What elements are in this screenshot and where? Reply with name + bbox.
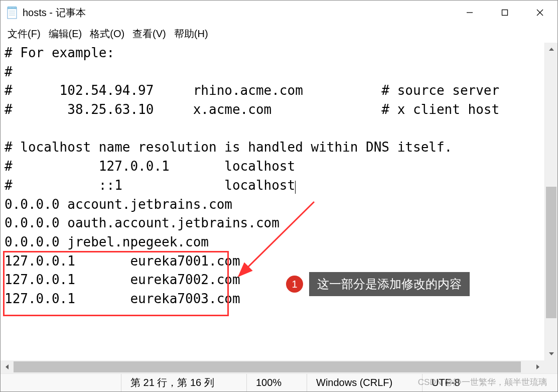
svg-point-3 (10, 8, 11, 9)
svg-point-5 (13, 8, 14, 9)
svg-point-4 (12, 8, 13, 9)
window-controls (452, 1, 557, 25)
status-zoom: 100% (246, 374, 307, 391)
text-line: # 127.0.0.1 localhost (5, 159, 295, 174)
text-line: # (5, 64, 13, 79)
text-line: # For example: (5, 45, 114, 60)
notepad-window: hosts - 记事本 文件(F) 编辑(E) 格式(O) 查看(V) 帮助(H… (0, 0, 558, 392)
vscroll-track[interactable] (545, 56, 557, 347)
text-editor[interactable]: # For example: # # 102.54.94.97 rhino.ac… (1, 43, 544, 360)
menu-file[interactable]: 文件(F) (6, 26, 43, 42)
scroll-left-icon[interactable] (1, 360, 14, 373)
svg-rect-11 (502, 10, 508, 16)
text-line: 0.0.0.0 oauth.account.jetbrains.com (5, 215, 280, 230)
menu-format[interactable]: 格式(O) (88, 26, 126, 42)
scroll-corner (544, 360, 557, 373)
window-title: hosts - 记事本 (23, 6, 452, 20)
svg-point-6 (15, 8, 16, 9)
text-line: 0.0.0.0 account.jetbrains.com (5, 197, 232, 212)
text-line: 127.0.0.1 eureka7002.com (5, 272, 240, 287)
statusbar: 第 21 行，第 16 列 100% Windows (CRLF) UTF-8 (1, 373, 557, 391)
menu-view[interactable]: 查看(V) (130, 26, 168, 42)
menu-help[interactable]: 帮助(H) (172, 26, 210, 42)
text-cursor (295, 181, 296, 194)
notepad-icon (7, 6, 18, 19)
status-position: 第 21 行，第 16 列 (121, 374, 246, 391)
text-line: 127.0.0.1 eureka7001.com (5, 253, 240, 269)
hscrollbar-row (1, 360, 557, 373)
status-lineending: Windows (CRLF) (307, 374, 422, 391)
maximize-button[interactable] (487, 1, 522, 25)
vscroll-thumb[interactable] (546, 187, 556, 318)
hscroll-track[interactable] (14, 360, 531, 373)
scroll-up-icon[interactable] (545, 43, 557, 56)
minimize-button[interactable] (452, 1, 487, 25)
text-line: 127.0.0.1 eureka7003.com (5, 291, 240, 306)
menu-edit[interactable]: 编辑(E) (47, 26, 84, 42)
hscroll-thumb[interactable] (14, 361, 521, 372)
scroll-right-icon[interactable] (531, 360, 544, 373)
menubar: 文件(F) 编辑(E) 格式(O) 查看(V) 帮助(H) (1, 25, 557, 43)
text-line: 0.0.0.0 jrebel.npegeek.com (5, 234, 209, 249)
titlebar: hosts - 记事本 (1, 1, 557, 25)
horizontal-scrollbar[interactable] (1, 360, 544, 373)
vertical-scrollbar[interactable] (544, 43, 557, 360)
text-line: # 38.25.63.10 x.acme.com # x client host (5, 102, 499, 117)
status-encoding: UTF-8 (422, 374, 557, 391)
text-line: # localhost name resolution is handled w… (5, 140, 452, 155)
text-line: # ::1 localhost (5, 178, 295, 193)
scroll-down-icon[interactable] (545, 347, 557, 360)
close-button[interactable] (522, 1, 557, 25)
content-area: # For example: # # 102.54.94.97 rhino.ac… (1, 43, 557, 360)
svg-point-2 (9, 8, 10, 9)
text-line: # 102.54.94.97 rhino.acme.com # source s… (5, 83, 499, 98)
